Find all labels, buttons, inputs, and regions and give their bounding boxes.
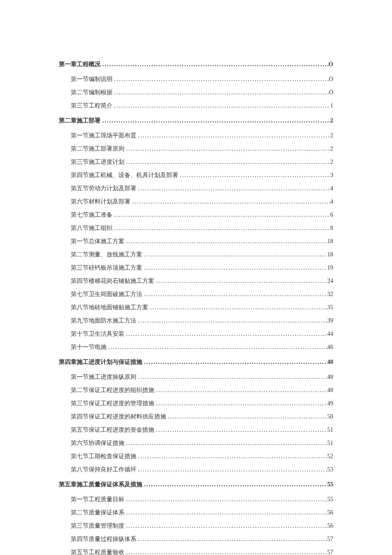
toc-title: 第六节材料计划及部署 xyxy=(71,197,130,206)
toc-entry: 第二节保证工程进度的组织措施..........................… xyxy=(59,386,333,395)
toc-leader-dots: ........................................… xyxy=(107,343,327,352)
toc-entry: 第九节地面防水施工方法.............................… xyxy=(59,316,333,325)
toc-leader-dots: ........................................… xyxy=(154,276,327,285)
toc-page-number: O xyxy=(329,75,333,84)
toc-page-number: 56 xyxy=(327,521,333,530)
toc-page-number: 4 xyxy=(330,184,333,193)
toc-page-number: 18 xyxy=(327,237,333,246)
toc-title: 第二节保证工程进度的组织措施 xyxy=(71,386,154,395)
toc-page-number: 46 xyxy=(327,343,333,352)
toc-page-number: O xyxy=(329,60,333,69)
toc-page-number: 51 xyxy=(327,439,333,447)
toc-entry: 第一章工程概况.................................… xyxy=(59,60,333,69)
toc-title: 第三节施工进度计划 xyxy=(71,157,124,166)
toc-leader-dots: ........................................… xyxy=(142,357,327,366)
toc-page-number: 48 xyxy=(327,386,333,395)
toc-entry: 第六节协调保证措施...............................… xyxy=(59,439,333,447)
toc-entry: 第二节质量保证体系...............................… xyxy=(59,508,333,517)
toc-page-number: 4 xyxy=(330,197,333,206)
toc-entry: 第二节编制根据.................................… xyxy=(59,88,333,97)
toc-title: 第一节总体施工方案 xyxy=(71,237,124,246)
toc-title: 第四节楼梯花岗石铺贴施工方案 xyxy=(71,276,154,285)
toc-page-number: 32 xyxy=(327,290,333,299)
toc-leader-dots: ........................................… xyxy=(154,425,327,434)
toc-page-number: 8 xyxy=(330,224,333,232)
toc-page-number: 6 xyxy=(330,210,333,219)
toc-title: 第四章施工进度计划与保证措施 xyxy=(59,357,142,366)
toc-entry: 第二节施工部署原则...............................… xyxy=(59,144,333,153)
toc-entry: 第七节施工准备.................................… xyxy=(59,210,333,219)
toc-leader-dots: ........................................… xyxy=(124,508,327,517)
toc-title: 第四节质量过程操纵体系 xyxy=(71,535,136,543)
toc-title: 第七节施工准备 xyxy=(71,210,112,219)
toc-entry: 第一节工程质量目标...............................… xyxy=(59,495,333,504)
toc-page-number: 3 xyxy=(330,171,333,180)
toc-page-number: 1 xyxy=(330,101,333,110)
toc-leader-dots: ........................................… xyxy=(124,329,327,338)
toc-leader-dots: ........................................… xyxy=(148,303,327,312)
toc-entry: 第一节总体施工方案...............................… xyxy=(59,237,333,246)
toc-leader-dots: ........................................… xyxy=(136,372,327,381)
toc-page-number: 55 xyxy=(327,480,333,489)
table-of-contents: 第一章工程概况.................................… xyxy=(59,60,333,555)
toc-entry: 第十节卫生洁具安装...............................… xyxy=(59,329,333,338)
toc-leader-dots: ........................................… xyxy=(124,144,330,153)
toc-entry: 第七节卫生间面破施工方法............................… xyxy=(59,290,333,299)
toc-entry: 第三节工程简介.................................… xyxy=(59,101,333,110)
toc-entry: 第六节材料计划及部署..............................… xyxy=(59,197,333,206)
toc-title: 第八节保持良好工作循环 xyxy=(71,465,136,474)
toc-title: 第一节施工进度操纵原则 xyxy=(71,372,136,381)
toc-page-number: 44 xyxy=(327,329,333,338)
toc-page-number: 19 xyxy=(327,263,333,272)
toc-entry: 第五节保证工程进度的资金措施..........................… xyxy=(59,425,333,434)
toc-leader-dots: ........................................… xyxy=(136,131,330,140)
toc-leader-dots: ........................................… xyxy=(124,439,327,447)
toc-title: 第一节施工现场平面布置 xyxy=(71,131,136,140)
toc-entry: 第一节施工进度操纵原则.............................… xyxy=(59,372,333,381)
toc-title: 第五节劳动力计划及部署 xyxy=(71,184,136,193)
toc-title: 第一章工程概况 xyxy=(59,60,101,69)
toc-entry: 第三节硅钙板吊顶施工方案............................… xyxy=(59,263,333,272)
toc-leader-dots: ........................................… xyxy=(136,184,330,193)
toc-title: 第四节保证工程进度的材料供应措施 xyxy=(71,412,166,421)
toc-leader-dots: ........................................… xyxy=(142,250,327,259)
toc-entry: 第四节施工机械、设备、机具计划及部署......................… xyxy=(59,171,333,180)
toc-page-number: 52 xyxy=(327,452,333,461)
toc-entry: 第一节施工现场平面布置.............................… xyxy=(59,131,333,140)
toc-title: 第二节质量保证体系 xyxy=(71,508,124,517)
toc-title: 第五节工程质量验收 xyxy=(71,548,124,555)
toc-entry: 第十一节电施..................................… xyxy=(59,343,333,352)
toc-title: 第十一节电施 xyxy=(71,343,107,352)
toc-page-number: 2 xyxy=(330,144,333,153)
toc-page-number: 56 xyxy=(327,508,333,517)
toc-leader-dots: ........................................… xyxy=(124,548,327,555)
toc-leader-dots: ........................................… xyxy=(166,412,327,421)
toc-leader-dots: ........................................… xyxy=(130,197,330,206)
toc-title: 第七节工期检查保证措施 xyxy=(71,452,136,461)
toc-leader-dots: ........................................… xyxy=(142,290,327,299)
toc-leader-dots: ........................................… xyxy=(112,75,329,84)
toc-leader-dots: ........................................… xyxy=(112,224,330,232)
toc-entry: 第三节施工进度计划...............................… xyxy=(59,157,333,166)
toc-leader-dots: ........................................… xyxy=(136,452,327,461)
toc-entry: 第八节保持良好工作循环.............................… xyxy=(59,465,333,474)
toc-page-number: 51 xyxy=(327,425,333,434)
toc-title: 第二节施工部署原则 xyxy=(71,144,124,153)
toc-leader-dots: ........................................… xyxy=(112,210,330,219)
toc-page-number: 18 xyxy=(327,250,333,259)
toc-title: 第十节卫生洁具安装 xyxy=(71,329,124,338)
toc-entry: 第二章施工部署.................................… xyxy=(59,116,333,125)
toc-entry: 第一节编制说明.................................… xyxy=(59,75,333,84)
toc-leader-dots: ........................................… xyxy=(154,399,327,408)
toc-title: 第五节保证工程进度的资金措施 xyxy=(71,425,154,434)
toc-entry: 第三节质量管理制度...............................… xyxy=(59,521,333,530)
toc-page-number: 24 xyxy=(327,276,333,285)
toc-title: 第八节地砖地面铺贴施工方案 xyxy=(71,303,148,312)
toc-title: 第二节测量、放线施工方案 xyxy=(71,250,142,259)
toc-leader-dots: ........................................… xyxy=(112,88,329,97)
toc-title: 第三节工程简介 xyxy=(71,101,112,110)
toc-entry: 第五章施工质量保证体系及措施..........................… xyxy=(59,480,333,489)
toc-page-number: 2 xyxy=(330,131,333,140)
toc-leader-dots: ........................................… xyxy=(142,480,327,489)
toc-title: 第七节卫生间面破施工方法 xyxy=(71,290,142,299)
